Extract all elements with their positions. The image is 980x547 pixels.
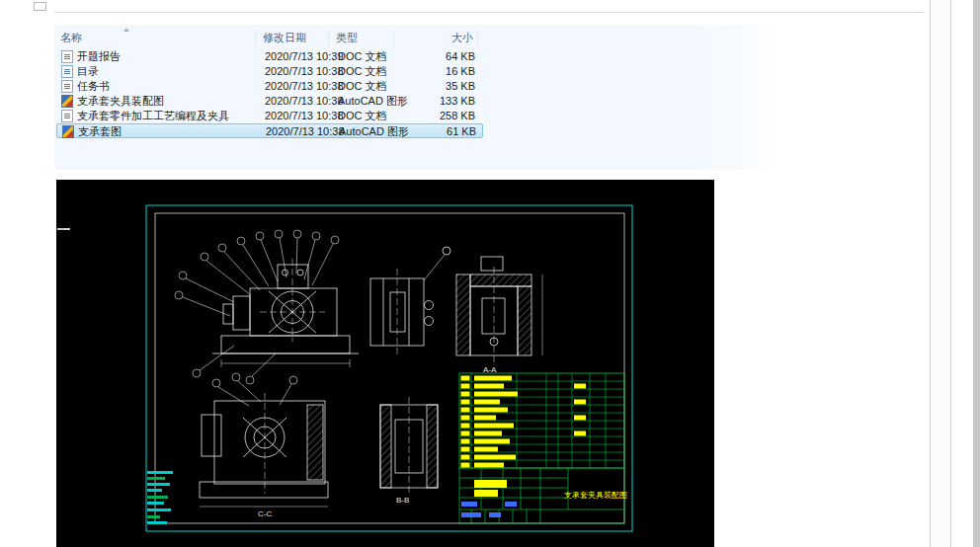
file-size: 16 KB: [400, 65, 475, 78]
doc-file-icon: [61, 80, 73, 93]
file-date: 2020/7/13 10:38: [265, 110, 344, 122]
doc-file-icon: [61, 110, 73, 122]
column-headers: 名称 修改日期 类型 大小: [54, 29, 519, 46]
file-size: 64 KB: [400, 50, 475, 63]
file-date: 2020/7/13 10:38: [265, 95, 344, 108]
file-list-panel: 名称 修改日期 类型 大小 开题报告 2020/7/13 10:39 DOC 文…: [54, 25, 776, 170]
column-separator[interactable]: [328, 31, 329, 46]
cad-view-section-b: [380, 397, 438, 496]
drawing-title-text: 支承套夹具装配图: [564, 491, 627, 500]
column-header-date-label: 修改日期: [263, 32, 306, 43]
file-name: 任务书: [77, 80, 110, 93]
file-date: 2020/7/13 10:38: [265, 80, 344, 93]
column-separator[interactable]: [477, 31, 478, 46]
file-name: 支承套图: [78, 125, 122, 138]
file-name: 支承套夹具装配图: [77, 95, 164, 108]
column-header-type-label: 类型: [336, 32, 358, 43]
file-date: 2020/7/13 10:39: [265, 50, 344, 63]
file-row-gongyi-biancheng[interactable]: 支承套零件加工工艺编程及夹具 2020/7/13 10:38 DOC 文档 25…: [56, 109, 483, 123]
section-label-b: B-B: [396, 496, 409, 505]
file-type: AutoCAD 图形: [338, 95, 408, 108]
file-row-renwushu[interactable]: 任务书 2020/7/13 10:38 DOC 文档 35 KB: [56, 79, 483, 94]
column-header-name[interactable]: 名称: [60, 31, 82, 45]
desktop: 名称 修改日期 类型 大小 开题报告 2020/7/13 10:39 DOC 文…: [0, 0, 980, 547]
title-block-highlight-cell: [474, 490, 498, 497]
column-header-date[interactable]: 修改日期: [263, 31, 306, 45]
cad-file-icon: [62, 125, 74, 138]
file-size: 35 KB: [400, 80, 475, 93]
window-edge: [973, 0, 980, 547]
file-date: 2020/7/13 10:38: [266, 125, 345, 138]
column-header-name-label: 名称: [60, 32, 82, 43]
file-row-jiaju-zhuangpeitu[interactable]: 支承套夹具装配图 2020/7/13 10:38 AutoCAD 图形 133 …: [56, 94, 483, 109]
column-header-type[interactable]: 类型: [336, 31, 358, 45]
file-size: 61 KB: [401, 125, 476, 138]
file-type: AutoCAD 图形: [339, 125, 409, 138]
file-name: 目录: [77, 65, 99, 78]
file-type: DOC 文档: [338, 50, 387, 63]
toolbar-mini-box[interactable]: [34, 2, 46, 11]
cad-preview-window: A-A C-C: [56, 180, 714, 547]
file-type: DOC 文档: [338, 80, 387, 93]
scrollbar-track[interactable]: [930, 0, 951, 547]
file-type: DOC 文档: [338, 65, 387, 78]
column-separator[interactable]: [393, 31, 394, 46]
file-type: DOC 文档: [338, 110, 387, 122]
file-row-kaitibaogao[interactable]: 开题报告 2020/7/13 10:39 DOC 文档 64 KB: [56, 49, 483, 64]
file-name: 开题报告: [77, 50, 121, 63]
sort-ascending-icon: [123, 28, 129, 32]
cad-drawing: A-A C-C: [56, 180, 714, 547]
column-header-size[interactable]: 大小: [398, 31, 473, 45]
file-size: 133 KB: [400, 95, 475, 108]
top-toolbar-strip: [54, 0, 924, 13]
file-date: 2020/7/13 10:38: [265, 65, 344, 78]
file-row-mulu[interactable]: 目录 2020/7/13 10:38 DOC 文档 16 KB: [56, 64, 483, 79]
title-block-highlight-cell: [474, 480, 507, 488]
file-size: 258 KB: [400, 110, 475, 122]
doc-file-icon: [61, 50, 73, 63]
section-label-c: C-C: [258, 509, 272, 518]
file-row-zhichengtaotu-selected[interactable]: 支承套图 2020/7/13 10:38 AutoCAD 图形 61 KB: [56, 123, 483, 138]
column-separator[interactable]: [255, 31, 256, 46]
file-name: 支承套零件加工工艺编程及夹具: [77, 110, 229, 122]
cad-file-icon: [61, 95, 73, 108]
doc-file-icon: [61, 65, 73, 78]
column-header-size-label: 大小: [451, 32, 473, 43]
